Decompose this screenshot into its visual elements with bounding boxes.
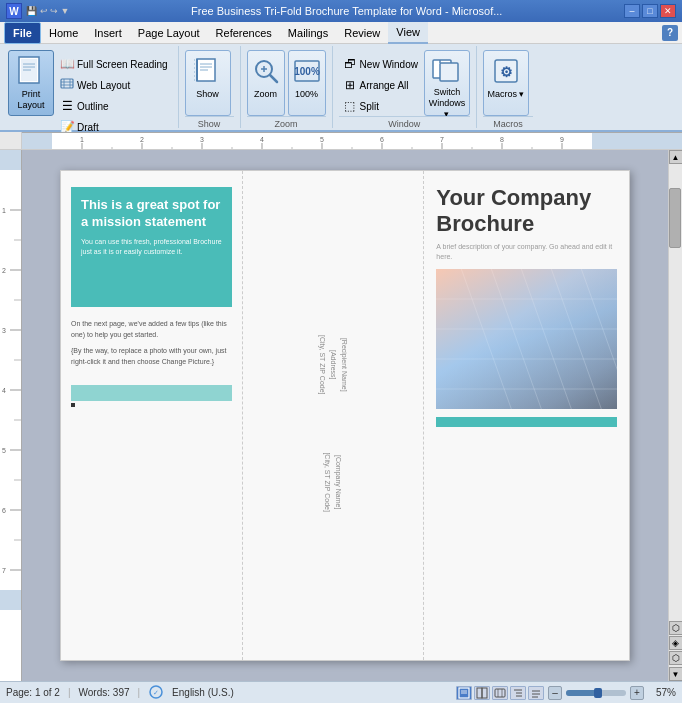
zoom-button[interactable]: Zoom [247, 50, 285, 116]
panel1-bottom-accent [71, 385, 232, 401]
zoom-plus-button[interactable]: + [630, 686, 644, 700]
macros-button[interactable]: ⚙ Macros ▾ [483, 50, 529, 116]
svg-text:7: 7 [440, 136, 444, 143]
ribbon-group-window: 🗗 New Window ⊞ Arrange All ⬚ Split [335, 46, 477, 128]
view-mode-buttons[interactable] [456, 686, 544, 700]
recipient-name: [Recipient Name] [339, 335, 350, 395]
zoom-100-button[interactable]: 100% 100% [288, 50, 326, 116]
window-group-label: Window [339, 116, 470, 131]
scroll-thumb[interactable] [669, 188, 681, 248]
view-draft-button[interactable] [528, 686, 544, 700]
view-print-button[interactable] [456, 686, 472, 700]
svg-text:2: 2 [2, 267, 6, 274]
brochure-panel-3: Your Company Brochure A brief descriptio… [424, 171, 629, 660]
menu-bar: File Home Insert Page Layout References … [0, 22, 682, 44]
zoom-track[interactable] [566, 690, 626, 696]
page-indicator: Page: 1 of 2 [6, 687, 60, 698]
svg-rect-29 [592, 133, 682, 150]
macros-label: Macros ▾ [487, 89, 524, 99]
view-fullscreen-button[interactable] [474, 686, 490, 700]
page-down-button[interactable]: ⬡ [669, 651, 683, 665]
spelling-icon[interactable]: ✓ [148, 685, 164, 701]
ribbon-group-macros: ⚙ Macros ▾ Macros [479, 46, 539, 128]
print-layout-button[interactable]: Print Layout [8, 50, 54, 116]
zoom-percentage[interactable]: 57% [648, 687, 676, 698]
ruler-area: 1 2 3 4 5 6 7 8 [0, 132, 682, 150]
svg-text:1: 1 [2, 207, 6, 214]
svg-rect-58 [0, 590, 22, 610]
menu-view[interactable]: View [388, 22, 428, 44]
arrange-all-button[interactable]: ⊞ Arrange All [339, 75, 422, 95]
brochure-panel-1: This is a great spot for a mission state… [61, 171, 243, 660]
switch-windows-button[interactable]: Switch Windows ▾ [424, 50, 470, 116]
menu-page-layout[interactable]: Page Layout [130, 22, 208, 44]
show-group-label: Show [185, 116, 234, 131]
svg-text:5: 5 [320, 136, 324, 143]
web-layout-button[interactable]: Web Layout [56, 75, 172, 95]
ribbon-group-document-views: Print Layout 📖 Full Screen Reading [4, 46, 179, 128]
menu-insert[interactable]: Insert [86, 22, 130, 44]
scroll-down-button[interactable]: ▼ [669, 667, 683, 681]
show-button[interactable]: Show [185, 50, 231, 116]
vertical-scrollbar[interactable]: ▲ ⬡ ◈ ⬡ ▼ [668, 150, 682, 681]
ruler-corner [0, 132, 22, 150]
help-icon[interactable]: ? [662, 25, 678, 41]
svg-rect-28 [22, 133, 52, 150]
macros-group-label: Macros [483, 116, 533, 131]
window-content: 🗗 New Window ⊞ Arrange All ⬚ Split [339, 46, 470, 116]
svg-text:4: 4 [260, 136, 264, 143]
new-window-label: New Window [360, 59, 418, 70]
maximize-button[interactable]: □ [642, 4, 658, 18]
svg-text:✓: ✓ [153, 689, 159, 696]
horizontal-ruler: 1 2 3 4 5 6 7 8 [22, 132, 682, 150]
svg-rect-56 [0, 150, 22, 610]
arrange-all-label: Arrange All [360, 80, 409, 91]
show-icon [192, 55, 224, 87]
new-window-button[interactable]: 🗗 New Window [339, 54, 422, 74]
svg-text:100%: 100% [294, 66, 320, 77]
view-web-button[interactable] [492, 686, 508, 700]
full-screen-reading-button[interactable]: 📖 Full Screen Reading [56, 54, 172, 74]
company-brochure-subtitle: A brief description of your company. Go … [436, 242, 617, 262]
language[interactable]: English (U.S.) [172, 687, 234, 698]
tip2-text: {By the way, to replace a photo with you… [71, 346, 232, 367]
web-layout-icon [60, 77, 74, 94]
zoom-slider[interactable]: – + [548, 686, 644, 700]
word-icon: W [6, 3, 22, 19]
zoom-minus-button[interactable]: – [548, 686, 562, 700]
status-sep1: | [68, 687, 71, 698]
menu-references[interactable]: References [208, 22, 280, 44]
page-up-button[interactable]: ⬡ [669, 621, 683, 635]
menu-review[interactable]: Review [336, 22, 388, 44]
scroll-up-button[interactable]: ▲ [669, 150, 683, 164]
document-page[interactable]: This is a great spot for a mission state… [60, 170, 630, 661]
svg-text:6: 6 [380, 136, 384, 143]
return-address: [Company Name] [City, ST ZIP Code] [322, 453, 344, 513]
status-right: – + 57% [456, 686, 676, 700]
split-button[interactable]: ⬚ Split [339, 96, 422, 116]
page-select-button[interactable]: ◈ [669, 636, 683, 650]
svg-text:3: 3 [200, 136, 204, 143]
svg-line-82 [522, 269, 572, 409]
document-area: 1 2 3 4 5 6 7 [0, 150, 682, 681]
zoom-handle[interactable] [594, 688, 602, 698]
ribbon-group-show: Show Show [181, 46, 241, 128]
brochure-photo [436, 269, 617, 409]
outline-label: Outline [77, 101, 109, 112]
show-label: Show [196, 89, 219, 99]
vertical-ruler: 1 2 3 4 5 6 7 [0, 150, 22, 681]
svg-text:1: 1 [80, 136, 84, 143]
outline-button[interactable]: ☰ Outline [56, 96, 172, 116]
window-col: 🗗 New Window ⊞ Arrange All ⬚ Split [339, 50, 422, 116]
split-label: Split [360, 101, 379, 112]
view-outline-button[interactable] [510, 686, 526, 700]
close-button[interactable]: ✕ [660, 4, 676, 18]
menu-file[interactable]: File [4, 22, 41, 44]
status-bar: Page: 1 of 2 | Words: 397 | ✓ English (U… [0, 681, 682, 703]
menu-mailings[interactable]: Mailings [280, 22, 336, 44]
svg-rect-23 [440, 63, 458, 81]
minimize-button[interactable]: – [624, 4, 640, 18]
window-controls[interactable]: – □ ✕ [624, 4, 676, 18]
menu-home[interactable]: Home [41, 22, 86, 44]
print-layout-icon [15, 55, 47, 87]
